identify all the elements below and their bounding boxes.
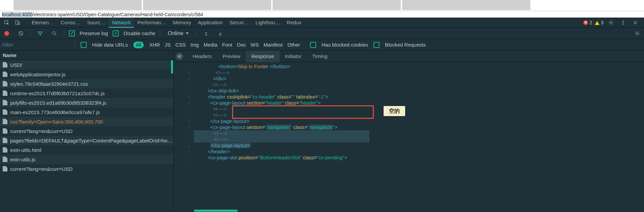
code-text: </header>	[194, 149, 644, 155]
tab-sources[interactable]: Sourc…	[84, 18, 109, 28]
type-filter-js[interactable]: JS	[165, 42, 171, 48]
hide-data-urls-checkbox[interactable]	[81, 42, 87, 48]
tab-security[interactable]: Securi…	[226, 18, 252, 28]
tab-elements[interactable]: Elemen…	[28, 18, 57, 28]
type-filter-xhr[interactable]: XHR	[149, 42, 160, 48]
type-filter-all[interactable]: All	[133, 42, 144, 48]
requests-list[interactable]: USD/webApplicationInjector.jsstyles.79c5…	[0, 60, 173, 212]
svg-point-9	[637, 33, 638, 34]
preserve-log-label: Preserve log	[80, 30, 108, 36]
settings-icon[interactable]	[606, 19, 616, 27]
request-name: styles.79c540faae32904e3721.css	[10, 81, 88, 87]
request-row[interactable]: runtime-es2015.f7d5f63b0721a15c07dc.js	[0, 88, 173, 98]
request-row[interactable]: current?lang=en&curr=USD	[0, 126, 173, 136]
svg-point-6	[623, 24, 623, 24]
devtools: Elemen… Conso… Sourc… Network Performan……	[0, 18, 644, 212]
request-row[interactable]: css?family=Open+Sans:300,400,600,700	[0, 117, 173, 126]
type-filter-doc[interactable]: Doc	[237, 42, 246, 48]
inspect-element-icon[interactable]	[2, 19, 11, 27]
request-row[interactable]: extn-utils.html	[0, 145, 173, 155]
request-row[interactable]: polyfills-es2015.ed1a69b30d95338323f4.js	[0, 98, 173, 107]
warning-icon	[595, 21, 599, 25]
download-icon[interactable]	[216, 29, 225, 37]
tab-timing[interactable]: Timing	[307, 51, 333, 62]
hide-data-urls-label: Hide data URLs	[92, 42, 128, 48]
detail-panel: ✕ Headers Preview Response Initiator Tim…	[174, 51, 644, 212]
type-filter-ws[interactable]: WS	[251, 42, 259, 48]
search-icon[interactable]	[50, 29, 59, 37]
tab-initiator[interactable]: Initiator	[280, 51, 307, 62]
request-row[interactable]: webApplicationInjector.js	[0, 70, 173, 79]
filter-icon[interactable]	[35, 29, 45, 37]
disable-cache-checkbox[interactable]	[113, 30, 119, 36]
gutter: -	[174, 112, 194, 118]
tab-console[interactable]: Conso…	[57, 18, 84, 28]
detail-tabs: ✕ Headers Preview Response Initiator Tim…	[174, 51, 644, 62]
tab-headers[interactable]: Headers	[187, 51, 217, 62]
tab-application[interactable]: Application	[195, 18, 226, 28]
close-icon[interactable]	[631, 19, 640, 27]
code-line: - <!---->	[174, 106, 644, 112]
request-name: pages?fields=DEFAULT&pageType=ContentPag…	[10, 138, 172, 143]
device-toggle-icon[interactable]	[13, 19, 22, 27]
request-name: webApplicationInjector.js	[10, 72, 65, 77]
tab-response[interactable]: Response	[246, 51, 280, 62]
error-icon: ✕	[583, 20, 588, 25]
error-count[interactable]: ✕2	[583, 20, 592, 25]
thumb	[402, 0, 530, 10]
code-line: - <!---->	[174, 70, 644, 76]
scrollbar-thumb[interactable]	[194, 210, 238, 212]
gutter: -	[174, 130, 194, 136]
gutter: -	[174, 149, 194, 155]
devtools-tabs-row: Elemen… Conso… Sourc… Network Performan……	[0, 18, 644, 28]
scrollbar-thumb[interactable]	[171, 60, 173, 74]
code-text: <header cxskiplink="cx-header" class="" …	[194, 94, 644, 100]
name-column-header[interactable]: Name	[0, 51, 173, 60]
gutter: -	[174, 124, 194, 130]
code-text: <!---->	[194, 70, 644, 76]
code-line: - </div>	[174, 76, 644, 82]
code-line: - <cx-page-layout section="navigation" c…	[174, 124, 644, 130]
has-blocked-cookies-checkbox[interactable]	[310, 42, 316, 48]
blocked-requests-checkbox[interactable]	[373, 42, 380, 48]
url-tooltip: localhost:4000/electronics-spa/en/USD/Op…	[0, 11, 644, 18]
close-detail-button[interactable]: ✕	[176, 53, 183, 60]
gutter: -	[174, 106, 194, 112]
type-filter-font[interactable]: Font	[222, 42, 232, 48]
gutter: -	[174, 82, 194, 88]
filter-input[interactable]	[2, 41, 69, 49]
type-filter-img[interactable]: Img	[190, 42, 199, 48]
tab-preview[interactable]: Preview	[217, 51, 246, 62]
warning-count[interactable]: 3	[595, 20, 604, 25]
response-body[interactable]: - <button>Skip to Footer </button>- <!--…	[174, 62, 644, 212]
type-filter-other[interactable]: Other	[287, 42, 300, 48]
preserve-log-checkbox[interactable]	[69, 30, 75, 36]
request-row[interactable]: USD/	[0, 60, 173, 70]
thumb	[273, 0, 401, 10]
blocked-requests-label: Blocked Requests	[385, 42, 426, 48]
tab-lighthouse[interactable]: Lighthou…	[252, 18, 284, 28]
more-icon[interactable]	[618, 19, 628, 27]
clear-button[interactable]	[16, 29, 26, 37]
request-name: main-es2015.773ce60d6e0cca97afe7.js	[10, 109, 100, 115]
network-settings-icon[interactable]	[633, 29, 642, 37]
throttling-select[interactable]: Online	[165, 30, 191, 37]
record-button[interactable]	[2, 29, 11, 37]
tab-memory[interactable]: Memory	[169, 18, 194, 28]
request-row[interactable]: styles.79c540faae32904e3721.css	[0, 79, 173, 88]
file-icon	[3, 81, 7, 86]
url-path: /electronics-spa/en/USD/Open-Catalogue/C…	[32, 12, 203, 17]
type-filter-manifest[interactable]: Manifest	[263, 42, 283, 48]
request-row[interactable]: extn-utils.js	[0, 155, 173, 164]
type-filter-media[interactable]: Media	[204, 42, 218, 48]
divider	[30, 30, 31, 37]
request-row[interactable]: main-es2015.773ce60d6e0cca97afe7.js	[0, 107, 173, 117]
divider	[64, 30, 64, 37]
request-row[interactable]: current?lang=en&curr=USD	[0, 164, 173, 174]
upload-icon[interactable]	[201, 29, 211, 37]
request-row[interactable]: pages?fields=DEFAULT&pageType=ContentPag…	[0, 136, 173, 145]
tab-performance[interactable]: Performan…	[134, 18, 169, 28]
tab-redux[interactable]: Redux	[283, 18, 305, 28]
tab-network[interactable]: Network	[109, 18, 134, 28]
type-filter-css[interactable]: CSS	[175, 42, 186, 48]
